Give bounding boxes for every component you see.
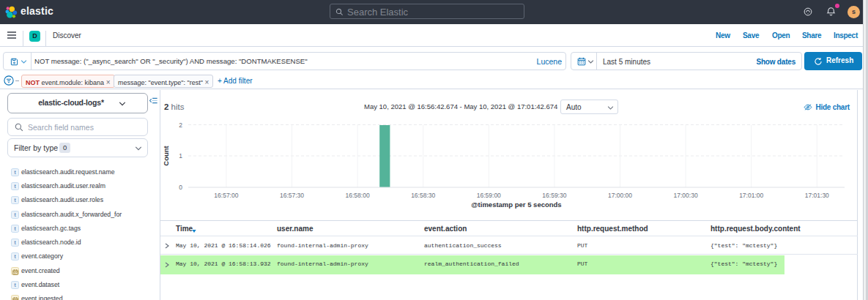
svg-text:17:00:00: 17:00:00 (608, 192, 632, 199)
svg-text:16:57:30: 16:57:30 (280, 192, 304, 199)
svg-text:16:59:30: 16:59:30 (542, 192, 566, 199)
svg-text:Count: Count (162, 145, 170, 165)
svg-text:17:01:30: 17:01:30 (805, 192, 829, 199)
svg-text:1: 1 (179, 152, 182, 160)
svg-text:16:59:00: 16:59:00 (477, 192, 501, 199)
svg-text:16:58:30: 16:58:30 (411, 192, 435, 199)
svg-text:16:58:00: 16:58:00 (346, 192, 370, 199)
svg-text:2: 2 (179, 121, 182, 129)
svg-text:@timestamp per 5 seconds: @timestamp per 5 seconds (471, 200, 561, 209)
svg-text:16:57:00: 16:57:00 (214, 192, 238, 199)
svg-text:17:00:30: 17:00:30 (674, 192, 698, 199)
svg-text:0: 0 (179, 184, 182, 191)
svg-text:17:01:00: 17:01:00 (739, 192, 763, 199)
